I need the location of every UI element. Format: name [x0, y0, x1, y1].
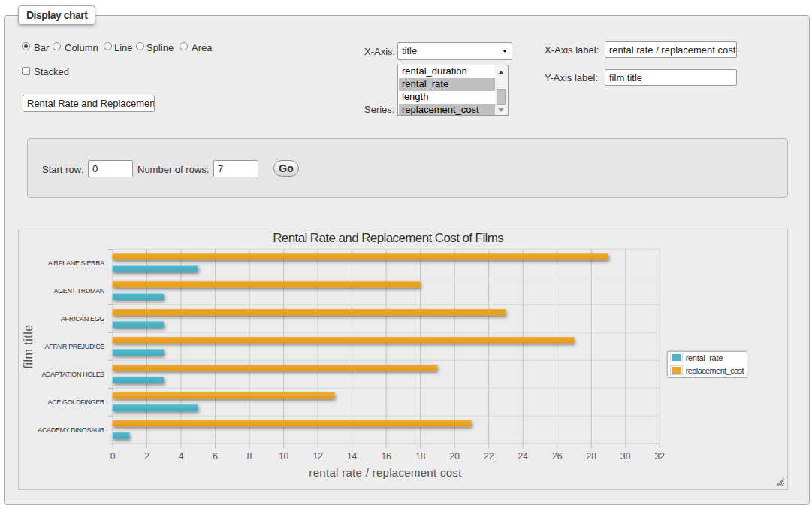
svg-text:AGENT TRUMAN: AGENT TRUMAN [54, 287, 104, 295]
svg-text:film title: film title [22, 324, 35, 368]
svg-text:AFFAIR PREJUDICE: AFFAIR PREJUDICE [45, 343, 105, 350]
svg-text:2: 2 [144, 451, 149, 462]
svg-text:12: 12 [312, 451, 323, 462]
svg-text:4: 4 [179, 451, 184, 462]
svg-text:26: 26 [552, 451, 563, 462]
svg-text:rental_rate: rental_rate [686, 353, 723, 362]
svg-text:ADAPTATION HOLES: ADAPTATION HOLES [41, 371, 104, 378]
svg-text:10: 10 [279, 451, 289, 462]
svg-text:20: 20 [450, 451, 460, 462]
svg-text:30: 30 [620, 451, 631, 462]
svg-text:32: 32 [655, 451, 666, 462]
svg-text:replacement_cost: replacement_cost [686, 366, 744, 375]
svg-text:ACE GOLDFINGER: ACE GOLDFINGER [47, 398, 104, 406]
svg-text:ACADEMY DINOSAUR: ACADEMY DINOSAUR [38, 426, 105, 434]
svg-text:18: 18 [415, 451, 426, 462]
svg-text:AFRICAN EGG: AFRICAN EGG [61, 315, 105, 323]
svg-text:rental rate / replacement cost: rental rate / replacement cost [309, 466, 462, 479]
svg-text:22: 22 [484, 451, 494, 462]
svg-text:8: 8 [247, 451, 252, 462]
svg-text:28: 28 [587, 451, 597, 462]
svg-text:24: 24 [518, 451, 529, 462]
svg-text:0: 0 [110, 451, 116, 462]
svg-text:14: 14 [347, 451, 358, 462]
svg-text:16: 16 [381, 451, 391, 462]
svg-text:AIRPLANE SIERRA: AIRPLANE SIERRA [48, 259, 105, 267]
svg-text:6: 6 [213, 451, 218, 462]
svg-text:Rental Rate and Replacement Co: Rental Rate and Replacement Cost of Film… [273, 231, 503, 245]
